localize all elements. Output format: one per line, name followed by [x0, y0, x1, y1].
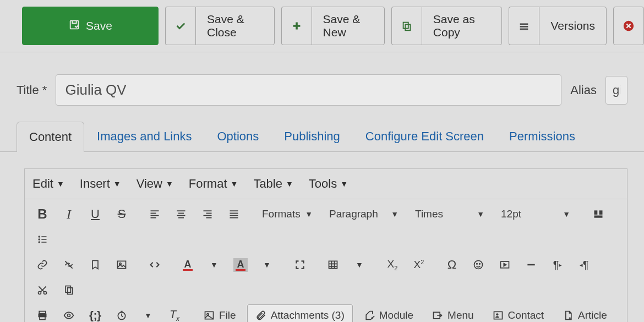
cut-button[interactable]	[31, 279, 54, 301]
clear-format-button[interactable]: Tx	[163, 304, 186, 322]
save-button[interactable]: Save	[22, 7, 159, 45]
svg-rect-22	[66, 286, 70, 293]
bg-color-dropdown[interactable]: ▼	[255, 254, 279, 276]
contact-button[interactable]: Contact	[485, 304, 552, 322]
paperclip-icon	[255, 310, 266, 321]
tab-permissions[interactable]: Permissions	[496, 121, 588, 151]
superscript-button[interactable]: X2	[407, 254, 430, 276]
svg-rect-13	[118, 261, 126, 268]
menu-format[interactable]: Format▼	[189, 177, 238, 191]
unlink-button[interactable]	[57, 254, 80, 276]
size-dropdown[interactable]: 12pt▼	[494, 203, 577, 225]
svg-rect-32	[494, 312, 502, 319]
menu-button[interactable]: Menu	[424, 304, 482, 322]
menu-edit[interactable]: Edit▼	[32, 177, 64, 191]
caret-icon: ▼	[286, 179, 293, 188]
table-dropdown[interactable]: ▼	[348, 254, 371, 276]
svg-point-10	[39, 236, 40, 237]
editor-menubar: Edit▼ Insert▼ View▼ Format▼ Table▼ Tools…	[25, 169, 627, 199]
check-icon	[165, 7, 195, 45]
ltr-button[interactable]: ¶▸	[546, 254, 569, 276]
align-center-button[interactable]	[170, 203, 193, 225]
title-label: Title *	[17, 83, 47, 97]
bookmark-button[interactable]	[84, 254, 107, 276]
preview-button[interactable]	[57, 304, 80, 322]
save-new-label: Save & New	[312, 7, 385, 45]
tab-configure-edit[interactable]: Configure Edit Screen	[353, 121, 496, 151]
save-new-button[interactable]: Save & New	[281, 7, 385, 45]
caret-icon: ▼	[166, 179, 173, 188]
find-replace-button[interactable]	[587, 203, 610, 225]
save-label: Save	[86, 19, 112, 32]
menu-insert[interactable]: Insert▼	[80, 177, 121, 191]
rtl-button[interactable]: ◂¶	[572, 254, 596, 276]
text-color-button[interactable]: A	[176, 254, 199, 276]
menu-table[interactable]: Table▼	[253, 177, 293, 191]
formats-dropdown[interactable]: Formats▼	[255, 203, 319, 225]
bullet-list-button[interactable]	[31, 228, 54, 250]
title-input[interactable]	[56, 74, 561, 106]
save-close-button[interactable]: Save & Close	[165, 7, 275, 45]
special-char-button[interactable]: Ω	[440, 254, 463, 276]
attachments-button[interactable]: Attachments (3)	[247, 304, 353, 322]
module-button[interactable]: Module	[356, 304, 421, 322]
editor-toolbar: B I U S Formats▼ Paragraph▼ Times▼ 12pt▼…	[25, 199, 627, 322]
article-button[interactable]: Article	[555, 304, 615, 322]
emoji-button[interactable]	[467, 254, 490, 276]
svg-rect-23	[68, 288, 73, 294]
caret-icon: ▼	[210, 260, 218, 269]
image-button[interactable]	[110, 254, 133, 276]
link-button[interactable]	[31, 254, 54, 276]
fullscreen-button[interactable]	[288, 254, 312, 276]
bg-color-button[interactable]: A	[229, 254, 252, 276]
tab-images-links[interactable]: Images and Links	[84, 121, 204, 151]
align-left-button[interactable]	[143, 203, 166, 225]
article-icon	[563, 310, 574, 321]
versions-button[interactable]: Versions	[509, 7, 607, 45]
svg-point-33	[496, 313, 498, 315]
italic-button[interactable]: I	[57, 203, 80, 225]
file-button[interactable]: File	[196, 304, 244, 322]
caret-icon: ▼	[263, 260, 271, 269]
text-color-dropdown[interactable]: ▼	[203, 254, 226, 276]
caret-icon: ▼	[340, 179, 348, 188]
tab-content[interactable]: Content	[17, 122, 84, 152]
save-copy-label: Save as Copy	[422, 7, 503, 45]
caret-icon: ▼	[391, 210, 399, 219]
datetime-dropdown[interactable]: ▼	[137, 304, 160, 322]
caret-icon: ▼	[477, 210, 484, 219]
print-button[interactable]	[31, 304, 54, 322]
copy-button[interactable]	[57, 279, 80, 301]
subscript-button[interactable]: X2	[381, 254, 404, 276]
align-right-button[interactable]	[196, 203, 219, 225]
tab-publishing[interactable]: Publishing	[271, 121, 353, 151]
datetime-button[interactable]	[110, 304, 133, 322]
svg-point-12	[39, 241, 40, 243]
underline-button[interactable]: U	[84, 203, 107, 225]
strikethrough-button[interactable]: S	[110, 203, 133, 225]
font-dropdown[interactable]: Times▼	[408, 203, 491, 225]
hr-button[interactable]	[520, 254, 543, 276]
svg-rect-0	[70, 20, 79, 29]
media-button[interactable]	[493, 254, 516, 276]
align-justify-button[interactable]	[222, 203, 245, 225]
copy-icon	[391, 7, 422, 45]
save-copy-button[interactable]: Save as Copy	[391, 7, 503, 45]
tab-options[interactable]: Options	[205, 121, 272, 151]
code-button[interactable]	[143, 254, 166, 276]
bold-button[interactable]: B	[31, 203, 54, 225]
svg-point-18	[479, 264, 481, 265]
block-dropdown[interactable]: Paragraph▼	[323, 203, 405, 225]
editor: Edit▼ Insert▼ View▼ Format▼ Table▼ Tools…	[24, 168, 627, 322]
close-button[interactable]	[613, 7, 644, 45]
module-icon	[364, 310, 375, 321]
alias-input[interactable]	[605, 76, 627, 105]
menu-tools[interactable]: Tools▼	[309, 177, 348, 191]
close-icon	[613, 7, 644, 45]
svg-point-16	[474, 261, 483, 269]
menu-view[interactable]: View▼	[137, 177, 173, 191]
table-insert-button[interactable]	[321, 254, 345, 276]
template-button[interactable]: {;}	[84, 304, 107, 322]
save-icon	[68, 19, 80, 34]
svg-rect-4	[520, 26, 528, 28]
